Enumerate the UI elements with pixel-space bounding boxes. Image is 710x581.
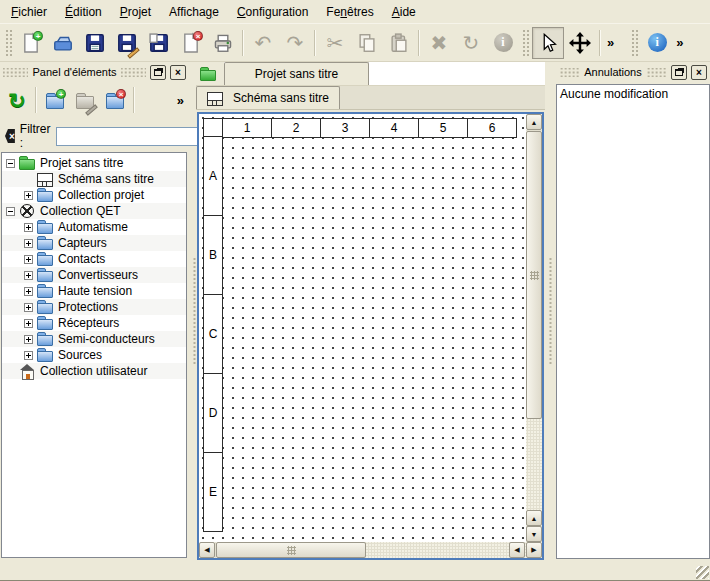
delete-category-button[interactable]: × bbox=[100, 85, 130, 115]
tree-item-collection-qet[interactable]: Collection QET bbox=[2, 203, 186, 219]
cursor-arrow-icon bbox=[538, 33, 558, 53]
project-folder-icon bbox=[200, 67, 216, 81]
save-all-button[interactable] bbox=[143, 27, 175, 59]
scroll-up-button[interactable]: ▲ bbox=[526, 114, 542, 130]
vertical-scroll-thumb[interactable] bbox=[526, 131, 542, 419]
tree-item-label: Collection QET bbox=[40, 204, 121, 218]
tree-item-capteurs[interactable]: Capteurs bbox=[2, 235, 186, 251]
open-document-button[interactable] bbox=[47, 27, 79, 59]
tree-item-haute-tension[interactable]: Haute tension bbox=[2, 283, 186, 299]
tree-item-automatisme[interactable]: Automatisme bbox=[2, 219, 186, 235]
paste-button[interactable] bbox=[383, 27, 415, 59]
close-file-button[interactable]: × bbox=[175, 27, 207, 59]
undo-button[interactable]: ↶ bbox=[247, 27, 279, 59]
properties-button[interactable]: i bbox=[487, 27, 519, 59]
toolbar-separator bbox=[418, 30, 420, 56]
tree-item-convertisseurs[interactable]: Convertisseurs bbox=[2, 267, 186, 283]
expander-icon[interactable] bbox=[6, 207, 15, 216]
schema-tab-bar: Schéma sans titre bbox=[196, 86, 545, 110]
vertical-scrollbar[interactable]: ▲ ▲ ▼ bbox=[526, 114, 542, 542]
panel-overflow-button[interactable]: » bbox=[174, 86, 187, 114]
tree-item-sources[interactable]: Sources bbox=[2, 347, 186, 363]
project-tab-bar: Projet sans titre bbox=[196, 62, 545, 86]
tree-item-collection-utilisateur[interactable]: Collection utilisateur bbox=[2, 363, 186, 379]
toolbar-drag-handle[interactable] bbox=[5, 29, 12, 57]
edit-category-button[interactable] bbox=[70, 85, 100, 115]
row-header: B bbox=[203, 215, 223, 295]
expander-icon[interactable] bbox=[24, 351, 33, 360]
window-resize-grip[interactable] bbox=[696, 566, 709, 579]
save-as-button[interactable] bbox=[111, 27, 143, 59]
diagram-canvas[interactable]: 1 2 3 4 5 6 A B C D E bbox=[199, 114, 526, 542]
toolbar-drag-handle[interactable] bbox=[522, 29, 529, 57]
tree-item-projet-sans-titre[interactable]: Projet sans titre bbox=[2, 155, 186, 171]
about-button[interactable]: i bbox=[641, 27, 673, 59]
project-tab[interactable]: Projet sans titre bbox=[224, 62, 369, 85]
expander-icon[interactable] bbox=[24, 191, 33, 200]
redo-button[interactable]: ↷ bbox=[279, 27, 311, 59]
menu-configuration[interactable]: Configuration bbox=[228, 0, 317, 23]
scroll-left-button[interactable]: ◀ bbox=[509, 542, 525, 558]
toolbar-drag-handle[interactable] bbox=[631, 29, 638, 57]
expander-icon[interactable] bbox=[24, 223, 33, 232]
scroll-down-button[interactable]: ▼ bbox=[526, 526, 542, 542]
horizontal-scrollbar[interactable]: ◀ ◀ ▶ bbox=[199, 542, 542, 558]
right-splitter[interactable] bbox=[545, 62, 555, 559]
tree-item-label: Haute tension bbox=[58, 284, 132, 298]
cut-button[interactable]: ✂ bbox=[319, 27, 351, 59]
tree-item-contacts[interactable]: Contacts bbox=[2, 251, 186, 267]
toolbar-separator bbox=[314, 30, 316, 56]
tree-item-recepteurs[interactable]: Récepteurs bbox=[2, 315, 186, 331]
toolbar-overflow-button[interactable]: » bbox=[673, 29, 686, 57]
new-category-button[interactable]: + bbox=[40, 85, 70, 115]
expander-icon[interactable] bbox=[24, 303, 33, 312]
delete-button[interactable]: ✖ bbox=[423, 27, 455, 59]
menu-aide[interactable]: Aide bbox=[383, 0, 425, 23]
folder-icon bbox=[37, 252, 53, 266]
folder-icon bbox=[37, 284, 53, 298]
floppy-disk-icon bbox=[84, 32, 106, 54]
horizontal-scroll-thumb[interactable] bbox=[216, 542, 366, 558]
new-document-button[interactable]: + bbox=[15, 27, 47, 59]
expander-icon[interactable] bbox=[24, 287, 33, 296]
scissors-icon: ✂ bbox=[327, 33, 344, 53]
folder-icon bbox=[37, 300, 53, 314]
expander-icon[interactable] bbox=[24, 255, 33, 264]
toolbar-separator bbox=[599, 30, 601, 56]
expander-icon[interactable] bbox=[24, 271, 33, 280]
expander-icon[interactable] bbox=[24, 335, 33, 344]
menu-fenetres[interactable]: Fenêtres bbox=[317, 0, 382, 23]
scroll-up-button[interactable]: ▲ bbox=[526, 510, 542, 526]
rotate-button[interactable]: ↻ bbox=[455, 27, 487, 59]
schema-tab[interactable]: Schéma sans titre bbox=[196, 86, 340, 109]
clear-filter-icon[interactable]: × bbox=[5, 129, 15, 143]
menu-affichage[interactable]: Affichage bbox=[160, 0, 228, 23]
undo-panel-titlebar: Annulations × bbox=[556, 62, 710, 82]
move-tool-button[interactable] bbox=[564, 27, 596, 59]
close-panel-button[interactable]: × bbox=[170, 65, 186, 80]
tree-item-semi-conducteurs[interactable]: Semi-conducteurs bbox=[2, 331, 186, 347]
close-panel-button[interactable]: × bbox=[691, 65, 707, 80]
float-panel-button[interactable] bbox=[671, 65, 687, 80]
scroll-left-button[interactable]: ◀ bbox=[199, 542, 215, 558]
print-button[interactable] bbox=[207, 27, 239, 59]
selection-tool-button[interactable] bbox=[532, 27, 564, 59]
expander-icon[interactable] bbox=[6, 159, 15, 168]
float-panel-button[interactable] bbox=[150, 65, 166, 80]
undo-list-item[interactable]: Aucune modification bbox=[560, 87, 706, 101]
reload-collections-button[interactable]: ↻ bbox=[2, 85, 32, 115]
column-headers: 1 2 3 4 5 6 bbox=[203, 118, 517, 138]
copy-button[interactable] bbox=[351, 27, 383, 59]
save-button[interactable] bbox=[79, 27, 111, 59]
toolbar-overflow-button[interactable]: » bbox=[604, 29, 617, 57]
scroll-right-button[interactable]: ▶ bbox=[526, 542, 542, 558]
tree-item-collection-projet[interactable]: Collection projet bbox=[2, 187, 186, 203]
tree-item-schema-sans-titre[interactable]: Schéma sans titre bbox=[2, 171, 186, 187]
menu-fichier[interactable]: Fichier bbox=[2, 0, 56, 23]
expander-icon[interactable] bbox=[24, 319, 33, 328]
toolbar-separator bbox=[35, 87, 37, 113]
menu-edition[interactable]: Édition bbox=[56, 0, 111, 23]
tree-item-protections[interactable]: Protections bbox=[2, 299, 186, 315]
expander-icon[interactable] bbox=[24, 239, 33, 248]
menu-projet[interactable]: Projet bbox=[111, 0, 160, 23]
